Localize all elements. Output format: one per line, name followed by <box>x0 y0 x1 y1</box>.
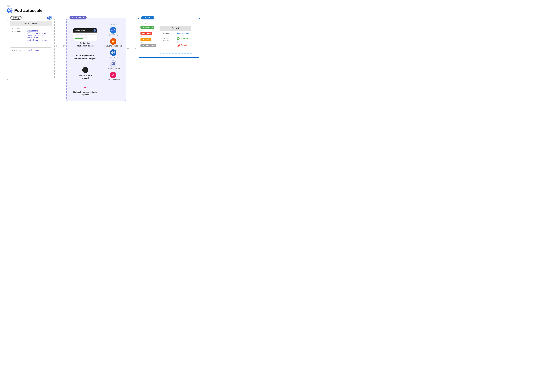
step-1-label: Derive finalapplication details <box>73 42 97 47</box>
arrow-line <box>56 45 65 47</box>
step-4-label: Rollback replicas to initialreplicas <box>73 91 97 96</box>
probe-results-label: ProbeResults <box>163 37 174 42</box>
metrics-row: Metrics chaos metrics <box>163 33 189 35</box>
arrow-dot <box>56 45 57 47</box>
rollback-icon <box>84 85 87 89</box>
card-line-3 <box>74 37 87 38</box>
targeted-pods-label: Targeted Pods <box>74 30 85 31</box>
step-1-card-body <box>73 33 97 41</box>
chaos-body: Chaos Inputs replica count <box>10 47 52 55</box>
step-connector-2 <box>85 61 85 66</box>
status-queued: QUEUED <box>140 38 151 41</box>
step-1-k8s-icon <box>93 29 96 32</box>
passed-icon <box>177 37 180 40</box>
passed-label: Passed <box>181 37 188 40</box>
output-outer: Output Metrics chaos metrics ProbeResult… <box>157 23 194 54</box>
probe-srm: SRM SLO PROBE <box>103 72 124 80</box>
probe-failed: Failed <box>177 44 188 47</box>
card-line-1 <box>74 34 96 35</box>
step-1-wrapper: Targeted Pods <box>73 28 97 48</box>
clock-svg <box>84 68 87 72</box>
arrow-line-2 <box>127 48 137 50</box>
step-1-card: Targeted Pods <box>73 28 97 41</box>
probe-command: COMMAND PROBE <box>103 61 124 69</box>
arrow-dot-2 <box>127 48 129 49</box>
card-line-2 <box>74 36 87 36</box>
step-1-card-header: Targeted Pods <box>73 28 97 33</box>
result-badge: RESULT <box>141 16 154 19</box>
execution-section: EXECUTION Targeted Pods <box>66 18 126 101</box>
card-line-4 <box>74 38 83 39</box>
app-detail-2: labels of target application <box>27 35 49 39</box>
status-errored: ERRORED <box>140 32 152 35</box>
probe-http-icon <box>110 49 116 56</box>
tune-to-execution-arrow <box>55 45 66 47</box>
svg-rect-23 <box>111 62 115 65</box>
fault-label: Fault <box>7 5 527 7</box>
probe-srm-icon <box>110 72 116 78</box>
step-2-label: Scale application todesired number of re… <box>73 54 98 60</box>
result-wrapper: RESULT STATUS COMPLETED OR ERRORED OR QU… <box>138 18 200 58</box>
svg-point-8 <box>95 30 95 31</box>
app-details-values: application affected percentage labels o… <box>27 30 49 41</box>
result-content: STATUS COMPLETED OR ERRORED OR QUEUED OR… <box>140 21 198 54</box>
tune-k8s-icon <box>47 16 52 21</box>
probe-command-name: COMMAND PROBE <box>106 68 120 69</box>
user-inputs-header: User Inputs <box>10 21 52 26</box>
step-4-wrapper: Rollback replicas to initialreplicas <box>73 85 97 97</box>
step-2-wrapper: Scale application todesired number of re… <box>73 53 98 61</box>
page-title: Pod autoscaler <box>14 8 44 13</box>
status-column: STATUS COMPLETED OR ERRORED OR QUEUED OR… <box>140 23 157 54</box>
diagram: TUNE User Inputs REQUIRED <box>7 18 527 101</box>
probe-k8s-icon <box>110 27 116 33</box>
arrow-head-2 <box>135 48 137 50</box>
step-connector-1 <box>85 48 85 53</box>
probe-or: OR <box>177 41 188 43</box>
failed-icon <box>177 44 180 47</box>
execution-badge: EXECUTION <box>70 16 87 19</box>
app-detail-0: application <box>27 30 49 32</box>
output-body: Metrics chaos metrics ProbeResults <box>160 31 191 51</box>
step-connector-3 <box>85 81 85 85</box>
step-3-wrapper: Wait for ChaosInterval <box>79 66 92 81</box>
probes-section: PROBES K8S PROBE <box>103 21 124 98</box>
probe-passed: Passed <box>177 37 188 40</box>
svg-point-15 <box>113 30 114 31</box>
svg-point-5 <box>49 18 50 18</box>
probe-http: HTTP PROBE <box>103 49 124 58</box>
probe-result-group: Passed OR Fai <box>177 37 188 47</box>
page-title-row: Pod autoscaler <box>7 8 527 13</box>
probe-prometheus-name: PROMETHEUS PROBE <box>105 45 122 47</box>
result-section: RESULT STATUS COMPLETED OR ERRORED OR QU… <box>138 18 200 58</box>
kubernetes-icon <box>7 8 13 13</box>
chaos-inputs-box: Chaos Inputs replica count <box>10 47 52 55</box>
probe-results-row: ProbeResults Passed <box>163 37 189 47</box>
metrics-label: Metrics <box>163 33 174 35</box>
probe-command-icon <box>110 61 116 67</box>
required-label: REQUIRED <box>12 28 49 29</box>
app-details-row: App Details application affected percent… <box>12 30 49 41</box>
probe-k8s: K8S PROBE <box>103 27 124 36</box>
clock-icon <box>82 67 88 73</box>
execution-steps: Targeted Pods <box>69 21 102 98</box>
app-detail-3: kind of application <box>27 39 49 41</box>
output-box: Output Metrics chaos metrics ProbeResult… <box>160 26 191 51</box>
status-label: STATUS <box>140 23 157 25</box>
or-2: OR <box>140 36 157 37</box>
arrow-shaft <box>57 46 63 46</box>
arrow-shaft-2 <box>129 49 135 49</box>
step-3-label: Wait for ChaosInterval <box>79 74 92 79</box>
execution-to-result-arrow <box>126 48 138 50</box>
chaos-input-0: replica count <box>27 49 41 51</box>
app-detail-1: affected percentage <box>27 32 49 34</box>
probe-prometheus-icon <box>110 38 116 45</box>
arrow-head <box>63 45 65 47</box>
probes-label: PROBES <box>103 24 124 25</box>
or-3: OR <box>140 42 157 44</box>
probe-k8s-name: K8S PROBE <box>109 34 118 36</box>
chaos-inputs-values: replica count <box>27 49 41 52</box>
user-inputs-box: User Inputs REQUIRED App Details applica… <box>10 21 52 45</box>
or-1: OR <box>140 30 157 32</box>
user-inputs-body: REQUIRED App Details application affecte… <box>10 26 52 45</box>
svg-point-2 <box>9 10 10 11</box>
